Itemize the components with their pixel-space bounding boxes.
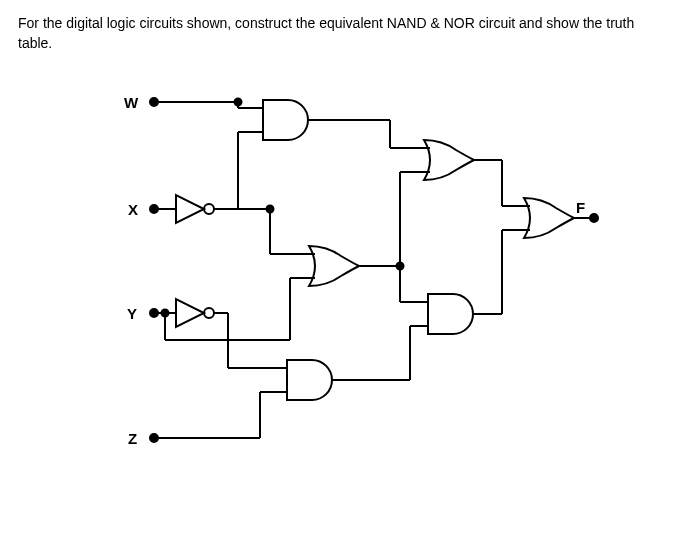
or-f-gate-icon xyxy=(524,198,574,238)
and-g1-gate-icon xyxy=(263,100,308,140)
and-g3-gate-icon xyxy=(287,360,332,400)
input-label-x: X xyxy=(128,201,138,218)
output-label-f: F xyxy=(576,199,585,216)
or-g4-gate-icon xyxy=(424,140,474,180)
not-y-gate-icon xyxy=(176,299,214,327)
input-label-w: W xyxy=(124,94,138,111)
and-g5-gate-icon xyxy=(428,294,473,334)
or-g2-gate-icon xyxy=(309,246,359,286)
question-text: For the digital logic circuits shown, co… xyxy=(18,14,653,53)
input-label-z: Z xyxy=(128,430,137,447)
input-label-y: Y xyxy=(127,305,137,322)
page: For the digital logic circuits shown, co… xyxy=(0,0,683,550)
not-x-gate-icon xyxy=(176,195,214,223)
circuit-diagram: W X Y Z F xyxy=(60,70,620,530)
circuit-svg xyxy=(60,70,620,530)
